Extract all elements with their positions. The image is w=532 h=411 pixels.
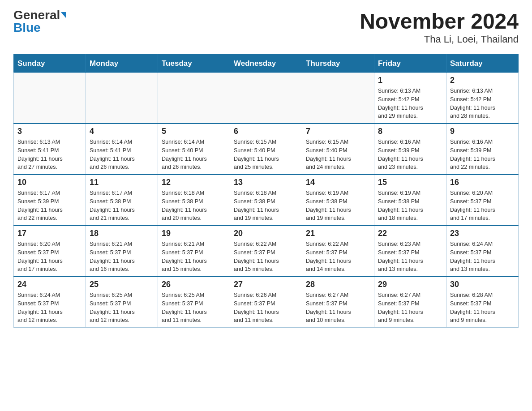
day-number: 5 xyxy=(162,127,226,136)
day-info: Sunrise: 6:18 AM Sunset: 5:38 PM Dayligh… xyxy=(234,189,298,223)
day-info: Sunrise: 6:17 AM Sunset: 5:39 PM Dayligh… xyxy=(17,189,82,223)
day-number: 15 xyxy=(378,178,442,187)
day-number: 12 xyxy=(162,178,226,187)
day-number: 28 xyxy=(306,280,370,289)
calendar-header: SundayMondayTuesdayWednesdayThursdayFrid… xyxy=(14,55,519,73)
week-row-4: 17Sunrise: 6:20 AM Sunset: 5:37 PM Dayli… xyxy=(14,226,519,277)
days-of-week-row: SundayMondayTuesdayWednesdayThursdayFrid… xyxy=(14,55,519,73)
day-info: Sunrise: 6:13 AM Sunset: 5:41 PM Dayligh… xyxy=(17,138,82,171)
day-cell: 24Sunrise: 6:24 AM Sunset: 5:37 PM Dayli… xyxy=(14,277,86,328)
day-number: 26 xyxy=(162,280,226,289)
day-info: Sunrise: 6:13 AM Sunset: 5:42 PM Dayligh… xyxy=(378,87,442,120)
day-info: Sunrise: 6:24 AM Sunset: 5:37 PM Dayligh… xyxy=(17,291,82,325)
page-header: General Blue November 2024 Tha Li, Loei,… xyxy=(13,9,519,45)
day-info: Sunrise: 6:13 AM Sunset: 5:42 PM Dayligh… xyxy=(450,87,515,120)
day-number: 9 xyxy=(450,127,515,136)
day-number: 6 xyxy=(234,127,298,136)
day-info: Sunrise: 6:16 AM Sunset: 5:39 PM Dayligh… xyxy=(378,138,442,171)
calendar-title: November 2024 xyxy=(360,9,519,34)
day-cell: 2Sunrise: 6:13 AM Sunset: 5:42 PM Daylig… xyxy=(446,73,519,124)
day-info: Sunrise: 6:22 AM Sunset: 5:37 PM Dayligh… xyxy=(234,240,298,274)
day-cell: 7Sunrise: 6:15 AM Sunset: 5:40 PM Daylig… xyxy=(302,124,374,175)
day-cell: 13Sunrise: 6:18 AM Sunset: 5:38 PM Dayli… xyxy=(230,175,302,226)
day-header-saturday: Saturday xyxy=(446,55,519,73)
logo: General Blue xyxy=(13,9,66,34)
day-info: Sunrise: 6:25 AM Sunset: 5:37 PM Dayligh… xyxy=(90,291,154,325)
day-info: Sunrise: 6:20 AM Sunset: 5:37 PM Dayligh… xyxy=(450,189,515,223)
day-cell: 23Sunrise: 6:24 AM Sunset: 5:37 PM Dayli… xyxy=(446,226,519,277)
day-info: Sunrise: 6:14 AM Sunset: 5:40 PM Dayligh… xyxy=(162,138,226,171)
day-cell: 6Sunrise: 6:15 AM Sunset: 5:40 PM Daylig… xyxy=(230,124,302,175)
day-header-friday: Friday xyxy=(374,55,446,73)
day-number: 30 xyxy=(450,280,515,289)
day-header-sunday: Sunday xyxy=(14,55,86,73)
day-cell xyxy=(158,73,230,124)
day-number: 1 xyxy=(378,76,442,85)
week-row-3: 10Sunrise: 6:17 AM Sunset: 5:39 PM Dayli… xyxy=(14,175,519,226)
day-cell: 4Sunrise: 6:14 AM Sunset: 5:41 PM Daylig… xyxy=(86,124,158,175)
day-info: Sunrise: 6:26 AM Sunset: 5:37 PM Dayligh… xyxy=(234,291,298,325)
day-info: Sunrise: 6:15 AM Sunset: 5:40 PM Dayligh… xyxy=(306,138,370,171)
day-number: 11 xyxy=(90,178,154,187)
day-info: Sunrise: 6:21 AM Sunset: 5:37 PM Dayligh… xyxy=(162,240,226,274)
logo-blue-text: Blue xyxy=(13,21,41,34)
day-cell: 9Sunrise: 6:16 AM Sunset: 5:39 PM Daylig… xyxy=(446,124,519,175)
day-cell: 28Sunrise: 6:27 AM Sunset: 5:37 PM Dayli… xyxy=(302,277,374,328)
day-cell: 19Sunrise: 6:21 AM Sunset: 5:37 PM Dayli… xyxy=(158,226,230,277)
day-number: 22 xyxy=(378,229,442,238)
day-info: Sunrise: 6:23 AM Sunset: 5:37 PM Dayligh… xyxy=(378,240,442,274)
day-info: Sunrise: 6:24 AM Sunset: 5:37 PM Dayligh… xyxy=(450,240,515,274)
day-number: 20 xyxy=(234,229,298,238)
day-cell: 18Sunrise: 6:21 AM Sunset: 5:37 PM Dayli… xyxy=(86,226,158,277)
day-cell: 1Sunrise: 6:13 AM Sunset: 5:42 PM Daylig… xyxy=(374,73,446,124)
day-cell: 25Sunrise: 6:25 AM Sunset: 5:37 PM Dayli… xyxy=(86,277,158,328)
day-cell: 5Sunrise: 6:14 AM Sunset: 5:40 PM Daylig… xyxy=(158,124,230,175)
day-cell: 14Sunrise: 6:19 AM Sunset: 5:38 PM Dayli… xyxy=(302,175,374,226)
day-cell: 17Sunrise: 6:20 AM Sunset: 5:37 PM Dayli… xyxy=(14,226,86,277)
day-header-tuesday: Tuesday xyxy=(158,55,230,73)
logo-general-text: General xyxy=(13,9,60,21)
day-number: 24 xyxy=(17,280,82,289)
day-cell: 11Sunrise: 6:17 AM Sunset: 5:38 PM Dayli… xyxy=(86,175,158,226)
day-cell: 29Sunrise: 6:27 AM Sunset: 5:37 PM Dayli… xyxy=(374,277,446,328)
day-number: 7 xyxy=(306,127,370,136)
day-number: 19 xyxy=(162,229,226,238)
day-cell: 22Sunrise: 6:23 AM Sunset: 5:37 PM Dayli… xyxy=(374,226,446,277)
week-row-2: 3Sunrise: 6:13 AM Sunset: 5:41 PM Daylig… xyxy=(14,124,519,175)
calendar-table: SundayMondayTuesdayWednesdayThursdayFrid… xyxy=(13,54,519,328)
day-info: Sunrise: 6:14 AM Sunset: 5:41 PM Dayligh… xyxy=(90,138,154,171)
day-cell xyxy=(302,73,374,124)
day-info: Sunrise: 6:20 AM Sunset: 5:37 PM Dayligh… xyxy=(17,240,82,274)
day-info: Sunrise: 6:17 AM Sunset: 5:38 PM Dayligh… xyxy=(90,189,154,223)
week-row-5: 24Sunrise: 6:24 AM Sunset: 5:37 PM Dayli… xyxy=(14,277,519,328)
logo-arrow-icon xyxy=(61,12,66,18)
day-cell: 16Sunrise: 6:20 AM Sunset: 5:37 PM Dayli… xyxy=(446,175,519,226)
day-info: Sunrise: 6:19 AM Sunset: 5:38 PM Dayligh… xyxy=(378,189,442,223)
day-info: Sunrise: 6:15 AM Sunset: 5:40 PM Dayligh… xyxy=(234,138,298,171)
day-info: Sunrise: 6:16 AM Sunset: 5:39 PM Dayligh… xyxy=(450,138,515,171)
day-cell xyxy=(230,73,302,124)
day-number: 29 xyxy=(378,280,442,289)
day-cell: 30Sunrise: 6:28 AM Sunset: 5:37 PM Dayli… xyxy=(446,277,519,328)
day-info: Sunrise: 6:27 AM Sunset: 5:37 PM Dayligh… xyxy=(306,291,370,325)
day-header-wednesday: Wednesday xyxy=(230,55,302,73)
day-number: 2 xyxy=(450,76,515,85)
day-number: 18 xyxy=(90,229,154,238)
day-number: 27 xyxy=(234,280,298,289)
day-cell: 27Sunrise: 6:26 AM Sunset: 5:37 PM Dayli… xyxy=(230,277,302,328)
day-cell: 26Sunrise: 6:25 AM Sunset: 5:37 PM Dayli… xyxy=(158,277,230,328)
week-row-1: 1Sunrise: 6:13 AM Sunset: 5:42 PM Daylig… xyxy=(14,73,519,124)
day-info: Sunrise: 6:21 AM Sunset: 5:37 PM Dayligh… xyxy=(90,240,154,274)
day-number: 4 xyxy=(90,127,154,136)
day-cell: 8Sunrise: 6:16 AM Sunset: 5:39 PM Daylig… xyxy=(374,124,446,175)
day-cell xyxy=(14,73,86,124)
day-cell: 20Sunrise: 6:22 AM Sunset: 5:37 PM Dayli… xyxy=(230,226,302,277)
day-info: Sunrise: 6:25 AM Sunset: 5:37 PM Dayligh… xyxy=(162,291,226,325)
calendar-subtitle: Tha Li, Loei, Thailand xyxy=(360,34,519,45)
day-header-monday: Monday xyxy=(86,55,158,73)
day-info: Sunrise: 6:18 AM Sunset: 5:38 PM Dayligh… xyxy=(162,189,226,223)
day-cell: 12Sunrise: 6:18 AM Sunset: 5:38 PM Dayli… xyxy=(158,175,230,226)
day-info: Sunrise: 6:19 AM Sunset: 5:38 PM Dayligh… xyxy=(306,189,370,223)
day-info: Sunrise: 6:28 AM Sunset: 5:37 PM Dayligh… xyxy=(450,291,515,325)
day-cell: 15Sunrise: 6:19 AM Sunset: 5:38 PM Dayli… xyxy=(374,175,446,226)
